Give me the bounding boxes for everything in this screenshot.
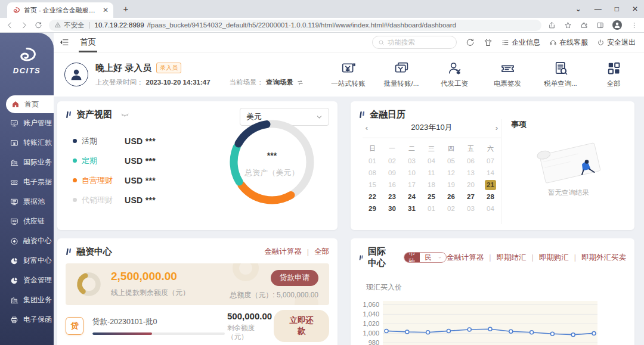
side-panel-icon[interactable] [596,21,604,29]
sidebar-item-funds[interactable]: 资金管理 [0,271,54,290]
calendar-day[interactable]: 23 [382,191,402,203]
quick-action-one-stop-transfer[interactable]: 一站式转账 [330,61,367,88]
calendar-day[interactable]: 07 [481,155,500,167]
sidebar-item-group[interactable]: 集团业务 [0,290,54,310]
sidebar-item-e-guarantee[interactable]: 电子保函 [0,310,54,330]
next-month-icon[interactable]: › [493,123,501,132]
back-icon[interactable] [6,21,14,29]
calendar-day[interactable]: 28 [481,191,500,203]
calendar-day[interactable]: 06 [461,155,481,167]
sidebar-item-supply-chain[interactable]: 供应链 [0,212,54,231]
calendar-day[interactable]: 01 [363,155,382,167]
refresh-icon[interactable] [466,38,475,47]
calendar-day[interactable]: 03 [402,155,422,167]
calendar-day[interactable]: 16 [382,179,402,191]
new-tab-button[interactable]: + [120,4,131,14]
sidebar-item-wealth[interactable]: 财富中心 [0,251,54,271]
dcits-logo-icon [16,46,38,64]
quick-action-all[interactable]: 全部 [595,61,632,88]
panel-link[interactable]: 金融计算器 [264,247,302,257]
repay-now-button[interactable]: 立即还款 [274,310,329,342]
calendar-day[interactable]: 20 [461,179,481,191]
quick-action-salary[interactable]: 代发工资 [436,61,473,88]
calendar-day[interactable]: 24 [402,191,422,203]
calendar-day[interactable]: 05 [441,155,461,167]
search-input[interactable] [388,39,451,46]
calendar-day[interactable]: 26 [441,191,461,203]
calendar-day[interactable]: 18 [422,179,441,191]
window-minimize-icon[interactable]: — [595,5,602,13]
calendar-day[interactable]: 04 [481,203,500,215]
calendar-day[interactable]: 12 [441,167,461,179]
panel-link[interactable]: 金融计算器 [447,253,484,263]
tab-home[interactable]: 首页 [79,33,97,52]
browser-tab[interactable]: 首页 - 企业综合金融服务平台 ✕ [7,2,113,18]
calendar-day[interactable]: 17 [402,179,422,191]
online-service-button[interactable]: 在线客服 [549,38,588,48]
panel-link[interactable]: 全部 [314,247,329,257]
share-icon[interactable] [548,21,556,29]
panel-link[interactable]: 即期购汇 [539,253,569,263]
prev-month-icon[interactable]: ‹ [363,123,371,132]
site-favicon [12,6,20,14]
sidebar-item-accounts[interactable]: 账户管理 [0,113,54,133]
loan-apply-button[interactable]: 贷款申请 [271,270,318,286]
calendar-day[interactable]: 31 [402,203,422,215]
calendar-day[interactable]: 29 [363,203,382,215]
calendar-day[interactable]: 09 [382,167,402,179]
calendar-day[interactable]: 25 [422,191,441,203]
window-close-icon[interactable]: ✕ [632,5,638,13]
window-maximize-icon[interactable]: □ [615,5,619,13]
sidebar-item-bill-pool[interactable]: 票据池 [0,192,54,212]
quick-action-bill-issue[interactable]: 电票签发 [489,61,526,88]
function-search[interactable] [372,36,457,49]
calendar-day[interactable]: 02 [382,155,402,167]
weekday-header: 二 [402,142,422,155]
calendar-day[interactable]: 27 [461,191,481,203]
calendar-day[interactable]: 14 [481,167,500,179]
eye-toggle-icon[interactable] [120,110,129,119]
window-search-tabs-icon[interactable]: ⌄ [575,5,581,13]
sidebar-item-e-bill[interactable]: 电子票据 [0,172,54,192]
calendar-day[interactable]: 22 [363,191,382,203]
calendar-day[interactable]: 08 [363,167,382,179]
calendar-day[interactable]: 01 [422,203,441,215]
enterprise-info-button[interactable]: 企业信息 [501,38,540,48]
reload-icon[interactable] [35,21,42,29]
calendar-day[interactable]: 13 [461,167,481,179]
browser-profile-avatar[interactable] [612,20,622,30]
bookmark-star-icon[interactable] [564,21,572,29]
forward-icon[interactable] [20,21,28,29]
quick-action-batch-transfer[interactable]: 批量转账/... [383,61,420,88]
logout-button[interactable]: 安全退出 [597,38,636,48]
extensions-icon[interactable] [580,21,588,29]
calendar-day[interactable]: 11 [422,167,441,179]
quick-action-tax-query[interactable]: 税单查询... [542,61,579,88]
calendar-day[interactable]: 15 [363,179,382,191]
browser-menu-icon[interactable] [630,21,638,29]
currency-type-tag[interactable]: 币种 人民币 [404,252,447,263]
tab-close-icon[interactable]: ✕ [103,6,109,14]
calendar-day[interactable]: 10 [402,167,422,179]
calendar-day-today[interactable]: 21 [481,179,500,191]
quick-actions: 一站式转账批量转账/...代发工资电票签发税单查询...全部 [330,61,632,88]
legend-row: 活期USD *** [73,131,156,151]
collapse-menu-icon[interactable] [60,38,69,47]
sidebar-item-home[interactable]: 首页 [6,95,54,113]
headset-icon [549,39,557,46]
calendar-day[interactable]: 04 [422,155,441,167]
address-bar[interactable]: 不安全 10.7.19.22:8999/fpaas_bucket/9415403… [49,20,541,31]
sidebar-item-international[interactable]: 国际业务 [0,153,54,172]
switch-scene-icon[interactable] [297,79,304,86]
sidebar-item-label: 电子票据 [23,177,52,187]
sidebar-item-financing[interactable]: 融资中心 [0,231,54,251]
panel-link[interactable]: 即期结汇 [497,253,527,263]
calendar-day[interactable]: 19 [441,179,461,191]
sidebar-item-transfer[interactable]: 转账汇款 [0,133,54,153]
theme-skin-icon[interactable] [484,38,493,47]
panel-link[interactable]: 即期外汇买卖 [581,253,626,263]
calendar-day[interactable]: 03 [461,203,481,215]
chart-y-axis-title: 现汇买入价 [366,282,634,293]
calendar-day[interactable]: 30 [382,203,402,215]
calendar-day[interactable]: 02 [441,203,461,215]
